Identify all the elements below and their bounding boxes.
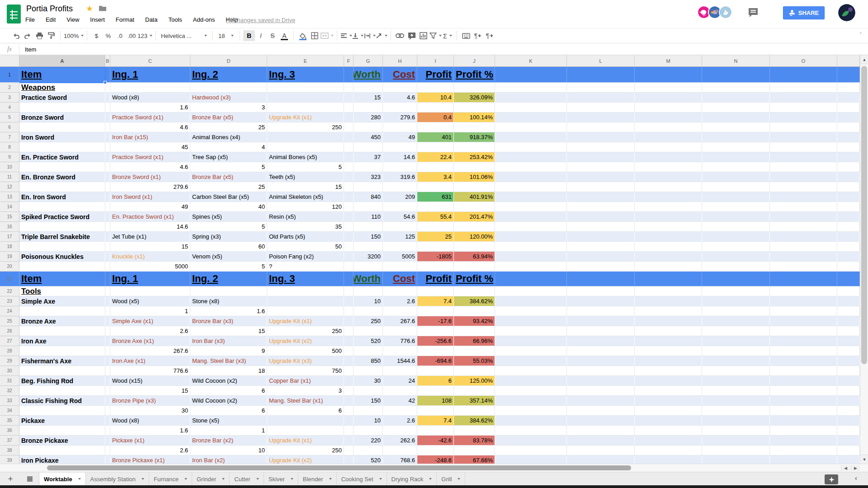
cell-B7[interactable] <box>105 132 110 142</box>
cell-M5[interactable] <box>635 113 702 122</box>
column-header-N[interactable]: N <box>702 55 770 67</box>
cell-C31[interactable]: Wood (x15) <box>110 376 190 386</box>
cell-B30[interactable] <box>105 366 110 376</box>
cell-F10[interactable] <box>344 162 354 172</box>
merge-cells-button[interactable] <box>321 30 334 41</box>
cell-L2[interactable] <box>567 83 635 93</box>
cell-D28[interactable]: 9 <box>190 346 267 356</box>
cell-B4[interactable] <box>105 103 110 113</box>
cell-I17[interactable]: 25 <box>417 232 454 242</box>
cell-J29[interactable]: 55.03% <box>454 356 495 366</box>
cell-F22[interactable] <box>344 286 354 296</box>
cell-E16[interactable]: 35 <box>267 222 344 232</box>
cell-F6[interactable] <box>344 122 354 132</box>
cell-E34[interactable]: 6 <box>267 406 344 416</box>
cell-F14[interactable] <box>344 202 354 212</box>
menu-edit[interactable]: Edit <box>46 16 56 23</box>
cell-N15[interactable] <box>702 212 770 222</box>
cell-A19[interactable]: Poisonous Knuckles <box>19 252 105 262</box>
cell-B37[interactable] <box>105 436 110 446</box>
cell-J4[interactable] <box>454 103 495 113</box>
cell-D16[interactable]: 5 <box>190 222 267 232</box>
menu-tools[interactable]: Tools <box>168 16 182 23</box>
cell-N27[interactable] <box>702 336 770 346</box>
cell-J9[interactable]: 253.42% <box>454 152 495 162</box>
row-header-28[interactable]: 28 <box>0 346 19 356</box>
cell-N3[interactable] <box>702 93 770 103</box>
cell-E8[interactable] <box>267 142 344 152</box>
italic-button[interactable]: I <box>255 30 267 41</box>
cell-A17[interactable]: Triple Barrel Snakebite <box>19 232 105 242</box>
cell-K17[interactable] <box>495 232 567 242</box>
cell-N19[interactable] <box>702 252 770 262</box>
cell-F11[interactable] <box>344 172 354 182</box>
cell-M23[interactable] <box>635 296 702 306</box>
cell-G23[interactable]: 10 <box>354 296 383 306</box>
row-header-16[interactable]: 16 <box>0 222 19 232</box>
sheet-tab-menu-arrow[interactable] <box>222 478 225 480</box>
cell-B2[interactable] <box>105 83 110 93</box>
cell-A26[interactable] <box>19 326 105 336</box>
cell-K31[interactable] <box>495 376 567 386</box>
cell-F4[interactable] <box>344 103 354 113</box>
cell-C18[interactable]: 15 <box>110 242 190 252</box>
cell-K13[interactable] <box>495 192 567 202</box>
cell-A20[interactable] <box>19 262 105 272</box>
cell-L30[interactable] <box>567 366 635 376</box>
cell-O7[interactable] <box>770 132 837 142</box>
cell-F23[interactable] <box>344 296 354 306</box>
cell-N10[interactable] <box>702 162 770 172</box>
cell-P15[interactable] <box>837 212 860 222</box>
column-header-A[interactable]: A <box>19 55 105 67</box>
cell-K26[interactable] <box>495 326 567 336</box>
cell-H17[interactable]: 125 <box>383 232 417 242</box>
cell-K33[interactable] <box>495 396 567 406</box>
cell-I12[interactable] <box>417 182 454 192</box>
cell-K30[interactable] <box>495 366 567 376</box>
cell-F1[interactable] <box>344 67 354 83</box>
cell-E31[interactable]: Copper Bar (x1) <box>267 376 344 386</box>
cell-N23[interactable] <box>702 296 770 306</box>
cell-P6[interactable] <box>837 122 860 132</box>
explore-button[interactable] <box>825 474 838 484</box>
cell-K37[interactable] <box>495 436 567 446</box>
column-header-M[interactable]: M <box>635 55 702 67</box>
cell-B8[interactable] <box>105 142 110 152</box>
all-sheets-button[interactable] <box>21 473 39 485</box>
cell-O8[interactable] <box>770 142 837 152</box>
cell-L9[interactable] <box>567 152 635 162</box>
row-header-3[interactable]: 3 <box>0 93 19 103</box>
cell-O39[interactable] <box>770 455 837 464</box>
sheet-tab-skiver[interactable]: Skiver <box>264 473 298 485</box>
cell-H38[interactable] <box>383 446 417 455</box>
cell-F5[interactable] <box>344 113 354 122</box>
menu-file[interactable]: File <box>25 16 35 23</box>
cell-L35[interactable] <box>567 416 635 426</box>
cell-G5[interactable]: 280 <box>354 113 383 122</box>
cell-E18[interactable]: 50 <box>267 242 344 252</box>
cell-C17[interactable]: Jet Tube (x1) <box>110 232 190 242</box>
cell-I24[interactable] <box>417 306 454 316</box>
cell-I39[interactable]: -248.6 <box>417 455 454 464</box>
cell-D30[interactable]: 18 <box>190 366 267 376</box>
cell-O31[interactable] <box>770 376 837 386</box>
cell-G6[interactable] <box>354 122 383 132</box>
cell-L11[interactable] <box>567 172 635 182</box>
cell-E39[interactable]: Upgrade Kit (x2) <box>267 455 344 464</box>
column-header-L[interactable]: L <box>567 55 635 67</box>
cell-B35[interactable] <box>105 416 110 426</box>
insert-link-button[interactable] <box>394 30 406 41</box>
cell-M18[interactable] <box>635 242 702 252</box>
cell-O14[interactable] <box>770 202 837 212</box>
cell-I1[interactable]: Profit <box>417 67 454 83</box>
cell-M3[interactable] <box>635 93 702 103</box>
cell-A34[interactable] <box>19 406 105 416</box>
cell-I14[interactable] <box>417 202 454 212</box>
sheet-tab-drying-rack[interactable]: Drying Rack <box>387 473 437 485</box>
cell-D29[interactable]: Mang. Steel Bar (x3) <box>190 356 267 366</box>
row-header-10[interactable]: 10 <box>0 162 19 172</box>
cell-H34[interactable] <box>383 406 417 416</box>
cell-I25[interactable]: -17.6 <box>417 316 454 326</box>
cell-A28[interactable] <box>19 346 105 356</box>
cell-P14[interactable] <box>837 202 860 212</box>
